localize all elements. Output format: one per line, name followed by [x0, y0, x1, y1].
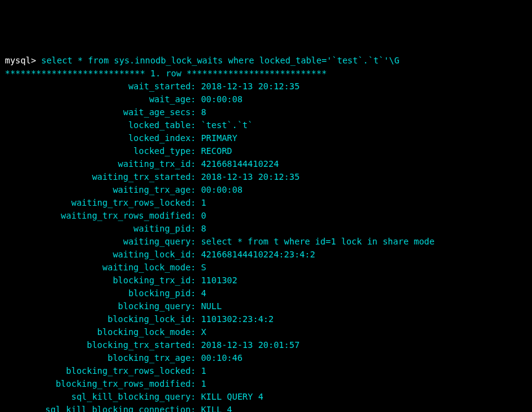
result-row: blocking_pid: 4	[5, 287, 527, 300]
result-row: waiting_trx_id: 421668144410224	[5, 158, 527, 171]
result-fields: wait_started: 2018-12-13 20:12:35 wait_a…	[5, 80, 527, 412]
result-row: waiting_lock_id: 421668144410224:23:4:2	[5, 248, 527, 261]
field-label: wait_age:	[5, 93, 196, 106]
result-row: sql_kill_blocking_connection: KILL 4	[5, 403, 527, 412]
field-value: 8	[201, 107, 206, 117]
result-row: blocking_lock_mode: X	[5, 326, 527, 339]
row-header: *************************** 1. row *****…	[5, 68, 327, 78]
field-label: waiting_trx_id:	[5, 158, 196, 171]
field-value: 8	[201, 224, 206, 233]
field-label: waiting_lock_mode:	[5, 261, 196, 274]
field-value: `test`.`t`	[201, 120, 252, 130]
result-row: locked_table: `test`.`t`	[5, 119, 527, 132]
field-label: waiting_lock_id:	[5, 248, 196, 261]
field-label: locked_table:	[5, 119, 196, 132]
field-value: 421668144410224	[201, 159, 278, 169]
field-label: blocking_trx_started:	[5, 339, 196, 352]
field-value: 1	[201, 366, 206, 376]
field-label: sql_kill_blocking_connection:	[5, 403, 196, 412]
result-row: blocking_trx_rows_locked: 1	[5, 365, 527, 378]
result-row: waiting_trx_age: 00:00:08	[5, 184, 527, 196]
field-value: 1101302	[201, 275, 237, 285]
result-row: blocking_query: NULL	[5, 300, 527, 313]
field-label: waiting_trx_age:	[5, 184, 196, 196]
field-label: waiting_query:	[5, 235, 196, 248]
field-value: RECORD	[201, 146, 232, 156]
mysql-prompt: mysql>	[5, 55, 41, 65]
field-label: blocking_pid:	[5, 287, 196, 300]
result-row: wait_age: 00:00:08	[5, 93, 527, 106]
result-row: blocking_trx_age: 00:10:46	[5, 352, 527, 365]
field-value: 00:00:08	[201, 94, 242, 104]
field-value: 0	[201, 211, 206, 220]
result-row: blocking_trx_rows_modified: 1	[5, 378, 527, 390]
field-value: S	[201, 262, 206, 272]
result-row: sql_kill_blocking_query: KILL QUERY 4	[5, 390, 527, 403]
result-row: waiting_query: select * from t where id=…	[5, 235, 527, 248]
field-value: 2018-12-13 20:12:35	[201, 172, 299, 182]
field-label: blocking_query:	[5, 300, 196, 313]
field-value: 1	[201, 198, 206, 208]
field-label: locked_index:	[5, 132, 196, 145]
result-row: locked_type: RECORD	[5, 145, 527, 158]
result-row: locked_index: PRIMARY	[5, 132, 527, 145]
result-row: waiting_trx_rows_locked: 1	[5, 196, 527, 209]
field-label: blocking_lock_id:	[5, 313, 196, 326]
result-row: blocking_lock_id: 1101302:23:4:2	[5, 313, 527, 326]
sql-command: select * from sys.innodb_lock_waits wher…	[41, 55, 400, 65]
field-label: wait_started:	[5, 80, 196, 93]
field-label: waiting_trx_rows_modified:	[5, 209, 196, 222]
result-row: wait_age_secs: 8	[5, 106, 527, 119]
field-label: locked_type:	[5, 145, 196, 158]
field-label: wait_age_secs:	[5, 106, 196, 119]
field-value: select * from t where id=1 lock in share…	[201, 236, 434, 246]
field-value: 1101302:23:4:2	[201, 314, 273, 324]
field-label: waiting_trx_started:	[5, 171, 196, 184]
field-value: X	[201, 327, 206, 337]
field-label: blocking_trx_age:	[5, 352, 196, 365]
field-value: 421668144410224:23:4:2	[201, 249, 315, 259]
result-row: waiting_trx_rows_modified: 0	[5, 209, 527, 222]
result-row: blocking_trx_started: 2018-12-13 20:01:5…	[5, 339, 527, 352]
field-value: NULL	[201, 301, 222, 311]
result-row: waiting_pid: 8	[5, 222, 527, 235]
field-label: blocking_trx_id:	[5, 274, 196, 287]
field-value: KILL QUERY 4	[201, 392, 263, 402]
result-row: waiting_lock_mode: S	[5, 261, 527, 274]
field-label: waiting_pid:	[5, 222, 196, 235]
result-row: blocking_trx_id: 1101302	[5, 274, 527, 287]
field-value: KILL 4	[201, 405, 232, 412]
field-value: PRIMARY	[201, 133, 237, 143]
field-value: 00:00:08	[201, 185, 242, 195]
field-label: blocking_trx_rows_locked:	[5, 365, 196, 378]
field-label: blocking_lock_mode:	[5, 326, 196, 339]
field-value: 00:10:46	[201, 353, 242, 363]
result-row: wait_started: 2018-12-13 20:12:35	[5, 80, 527, 93]
field-value: 4	[201, 288, 206, 298]
field-value: 1	[201, 379, 206, 389]
field-label: sql_kill_blocking_query:	[5, 390, 196, 403]
result-row: waiting_trx_started: 2018-12-13 20:12:35	[5, 171, 527, 184]
field-value: 2018-12-13 20:01:57	[201, 340, 299, 350]
field-value: 2018-12-13 20:12:35	[201, 81, 299, 91]
field-label: blocking_trx_rows_modified:	[5, 378, 196, 390]
field-label: waiting_trx_rows_locked:	[5, 196, 196, 209]
